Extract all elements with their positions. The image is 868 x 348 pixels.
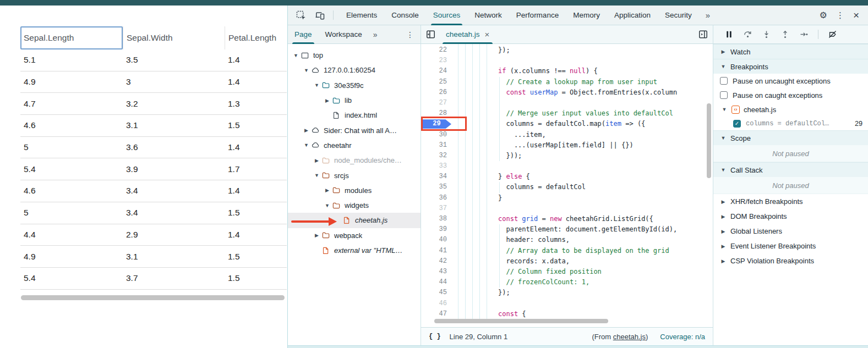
line-number[interactable]: 38 bbox=[421, 214, 452, 224]
section-expand-arrow[interactable]: ▼ bbox=[720, 64, 727, 69]
hide-navigator-icon[interactable] bbox=[425, 29, 436, 40]
line-number[interactable]: 41 bbox=[421, 246, 452, 256]
section-watch[interactable]: ▶Watch bbox=[713, 44, 868, 59]
editor-vertical-scrollbar[interactable] bbox=[707, 103, 711, 178]
line-number[interactable]: 32 bbox=[421, 151, 452, 161]
grid-cell[interactable]: 4.9 bbox=[20, 252, 123, 262]
section-expand-arrow[interactable]: ▶ bbox=[720, 258, 727, 264]
line-number[interactable]: 37 bbox=[421, 203, 452, 214]
tree-item-external-var-html[interactable]: external var "HTML… bbox=[288, 243, 421, 258]
tab-console[interactable]: Console bbox=[384, 5, 426, 25]
section-expand-arrow[interactable]: ▶ bbox=[720, 199, 727, 205]
checkbox[interactable] bbox=[720, 77, 728, 85]
tree-item-30e35f9c[interactable]: ▼30e35f9c bbox=[288, 78, 421, 93]
line-number[interactable]: 25 bbox=[421, 77, 452, 87]
show-debugger-sidebar-icon[interactable] bbox=[698, 29, 708, 40]
grid-cell[interactable]: 3.4 bbox=[123, 208, 225, 218]
grid-cell[interactable]: 1.5 bbox=[225, 273, 287, 283]
line-number[interactable]: 36 bbox=[421, 193, 452, 203]
grid-cell[interactable]: 3.5 bbox=[123, 55, 225, 65]
tree-item-node-modules-che[interactable]: ▶node_modules/che… bbox=[288, 153, 421, 168]
line-number[interactable]: 31 bbox=[421, 140, 452, 151]
grid-cell[interactable]: 1.4 bbox=[225, 186, 287, 196]
line-number[interactable]: 26 bbox=[421, 87, 452, 98]
tree-item-sider-chat-with-all-a[interactable]: ▶Sider: Chat with all A… bbox=[288, 123, 421, 137]
tree-item-webpack[interactable]: ▶webpack bbox=[288, 228, 421, 243]
line-number[interactable]: 39 bbox=[421, 224, 452, 235]
tree-item-127-0-0-1-60254[interactable]: ▼127.0.0.1:60254 bbox=[288, 63, 421, 78]
line-number[interactable]: 22 bbox=[421, 45, 452, 56]
section-global-listeners[interactable]: ▶Global Listeners bbox=[713, 224, 868, 239]
editor-tab-close-icon[interactable]: × bbox=[485, 30, 490, 39]
tree-item-modules[interactable]: ▶modules bbox=[288, 183, 421, 198]
more-tabs-icon[interactable]: » bbox=[369, 30, 382, 39]
checkbox[interactable] bbox=[720, 91, 728, 99]
code-text[interactable]: // Array data to be displayed on the gri… bbox=[452, 246, 669, 256]
navigator-tab-page[interactable]: Page bbox=[288, 25, 319, 44]
tab-sources[interactable]: Sources bbox=[426, 5, 468, 25]
section-expand-arrow[interactable]: ▶ bbox=[720, 49, 727, 54]
tree-item-widgets[interactable]: ▼widgets bbox=[288, 198, 421, 213]
code-text[interactable]: columns = defaultCol bbox=[452, 182, 586, 192]
grid-cell[interactable]: 4.4 bbox=[20, 230, 123, 240]
step-out-icon[interactable] bbox=[780, 30, 790, 39]
grid-cell[interactable]: 5 bbox=[20, 142, 123, 152]
tree-item-top[interactable]: ▼top bbox=[288, 48, 421, 63]
code-text[interactable]: const { bbox=[452, 309, 526, 319]
source-file-link[interactable]: cheetah.js bbox=[613, 333, 646, 341]
step-into-icon[interactable] bbox=[762, 30, 771, 39]
breakpoint-group-cheetah-js[interactable]: ▼‹›cheetah.js bbox=[713, 102, 868, 117]
code-text[interactable]: }); bbox=[452, 288, 510, 298]
code-text[interactable]: header: columns, bbox=[452, 235, 570, 245]
section-csp-violation-breakpoints[interactable]: ▶CSP Violation Breakpoints bbox=[713, 253, 868, 268]
grid-cell[interactable]: 3.2 bbox=[123, 99, 225, 109]
breakpoint-checkbox[interactable]: ✓ bbox=[733, 120, 741, 128]
section-expand-arrow[interactable]: ▼ bbox=[720, 135, 727, 141]
tree-expand-arrow[interactable]: ▶ bbox=[324, 187, 331, 193]
tab-network[interactable]: Network bbox=[467, 5, 509, 25]
section-call-stack[interactable]: ▼Call Stack bbox=[713, 162, 868, 177]
grid-cell[interactable]: 3.4 bbox=[123, 186, 225, 196]
grid-cell[interactable]: 3.9 bbox=[123, 164, 225, 174]
checkbox-pause-on-uncaught-exceptions[interactable]: Pause on uncaught exceptions bbox=[713, 74, 868, 88]
grid-cell[interactable]: 1.5 bbox=[225, 252, 287, 262]
grid-horizontal-scrollbar[interactable] bbox=[21, 295, 285, 300]
tab-security[interactable]: Security bbox=[658, 5, 699, 25]
line-number[interactable]: 34 bbox=[421, 172, 452, 182]
grid-cell[interactable]: 2.9 bbox=[123, 230, 225, 240]
editor-horizontal-scrollbar[interactable] bbox=[434, 319, 608, 323]
code-text[interactable]: parentElement: document.getElementById(i… bbox=[452, 224, 677, 235]
step-over-icon[interactable] bbox=[743, 30, 752, 39]
code-text[interactable]: const grid = new cheetahGrid.ListGrid({ bbox=[452, 214, 653, 224]
grid-header-cell-sepal-length[interactable]: Sepal.Length bbox=[20, 26, 123, 49]
line-number[interactable]: 42 bbox=[421, 256, 452, 267]
code-text[interactable]: } bbox=[452, 193, 502, 203]
section-dom-breakpoints[interactable]: ▶DOM Breakpoints bbox=[713, 209, 868, 224]
code-text[interactable] bbox=[452, 299, 498, 309]
grid-cell[interactable]: 1.7 bbox=[225, 164, 287, 174]
tree-expand-arrow[interactable]: ▼ bbox=[324, 203, 331, 208]
code-text[interactable]: // Column fixed position bbox=[452, 267, 602, 277]
grid-header-cell-petal-length[interactable]: Petal.Length bbox=[225, 26, 287, 49]
grid-cell[interactable]: 3.7 bbox=[123, 273, 225, 283]
code-text[interactable]: const userMap = Object.fromEntries(x.col… bbox=[452, 87, 677, 98]
deactivate-breakpoints-icon[interactable] bbox=[828, 30, 837, 39]
line-number[interactable]: 23 bbox=[421, 56, 452, 66]
editor-tab-cheetah-js[interactable]: cheetah.js × bbox=[439, 25, 496, 44]
line-number[interactable]: 44 bbox=[421, 277, 452, 288]
devtools-menu-icon[interactable]: ⋮ bbox=[836, 10, 844, 20]
device-toolbar-icon[interactable] bbox=[314, 10, 325, 21]
grid-cell[interactable]: 1.3 bbox=[225, 99, 287, 109]
line-number[interactable]: 33 bbox=[421, 161, 452, 172]
checkbox-pause-on-caught-exceptions[interactable]: Pause on caught exceptions bbox=[713, 88, 868, 102]
tree-expand-arrow[interactable]: ▼ bbox=[303, 68, 310, 73]
line-number[interactable]: 45 bbox=[421, 288, 452, 298]
code-text[interactable]: }); bbox=[452, 45, 510, 56]
tab-elements[interactable]: Elements bbox=[339, 5, 384, 25]
grid-cell[interactable]: 3.1 bbox=[123, 252, 225, 262]
section-xhr-fetch-breakpoints[interactable]: ▶XHR/fetch Breakpoints bbox=[713, 194, 868, 209]
grid-cell[interactable]: 5.1 bbox=[20, 55, 123, 65]
tree-item-cheetahr[interactable]: ▼cheetahr bbox=[288, 138, 421, 153]
inspect-element-icon[interactable] bbox=[296, 10, 307, 21]
tree-item-lib[interactable]: ▶lib bbox=[288, 93, 421, 108]
